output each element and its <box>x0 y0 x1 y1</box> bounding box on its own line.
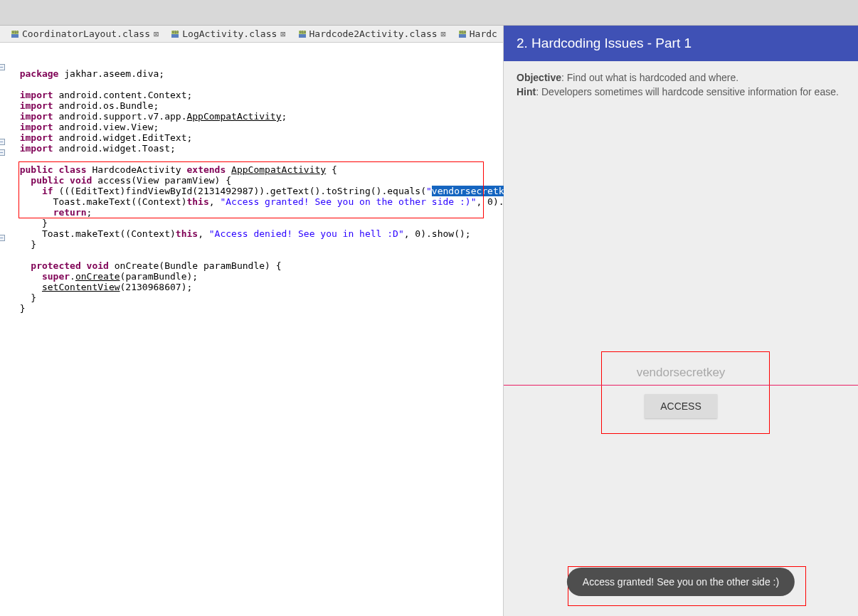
input-underline <box>504 385 858 386</box>
top-toolbar <box>0 0 858 26</box>
class-file-icon: 010 <box>457 29 467 38</box>
svg-text:010: 010 <box>12 30 18 34</box>
class-file-icon: 010 <box>170 29 180 38</box>
tab-label: LogActivity.class <box>182 28 277 39</box>
app-title: 2. Hardcoding Issues - Part 1 <box>517 36 692 51</box>
tab-label: Hardc <box>470 28 497 39</box>
secret-input[interactable]: vendorsecretkey <box>610 366 752 380</box>
close-icon[interactable]: ⊠ <box>280 29 285 39</box>
fold-icon[interactable]: − <box>0 149 5 156</box>
class-file-icon: 010 <box>297 29 307 38</box>
emulator-pane: 2. Hardcoding Issues - Part 1 Objective:… <box>504 26 858 616</box>
objective-label: Objective <box>517 72 561 83</box>
tab-logactivity[interactable]: 010 LogActivity.class ⊠ <box>166 27 290 41</box>
close-icon[interactable]: ⊠ <box>441 29 446 39</box>
code-content: package jakhar.aseem.diva; import androi… <box>9 68 497 314</box>
svg-text:010: 010 <box>172 30 179 34</box>
fold-icon[interactable]: − <box>0 64 5 70</box>
svg-text:010: 010 <box>460 30 466 34</box>
svg-rect-6 <box>299 34 306 38</box>
code-editor[interactable]: package jakhar.aseem.diva; import androi… <box>0 43 503 616</box>
svg-rect-3 <box>171 34 179 38</box>
fold-icon[interactable]: − <box>0 139 5 145</box>
hint-label: Hint <box>517 86 536 97</box>
tab-coordinator[interactable]: 010 CoordinatorLayout.class ⊠ <box>6 27 163 41</box>
svg-rect-0 <box>11 34 18 38</box>
close-icon[interactable]: ⊠ <box>154 29 159 39</box>
editor-tabs: 010 CoordinatorLayout.class ⊠ 010 LogAct… <box>0 26 503 43</box>
access-button[interactable]: ACCESS <box>645 394 717 418</box>
class-file-icon: 010 <box>10 29 20 38</box>
svg-rect-9 <box>459 34 466 38</box>
tab-label: Hardcode2Activity.class <box>309 28 438 39</box>
toast-message: Access granted! See you on the other sid… <box>567 568 795 596</box>
editor-pane: 010 CoordinatorLayout.class ⊠ 010 LogAct… <box>0 26 504 616</box>
tab-hardcode-active[interactable]: 010 Hardc <box>453 27 502 41</box>
tab-label: CoordinatorLayout.class <box>22 28 150 39</box>
tab-hardcode2[interactable]: 010 Hardcode2Activity.class ⊠ <box>293 27 450 41</box>
svg-text:010: 010 <box>300 30 306 34</box>
app-bar: 2. Hardcoding Issues - Part 1 <box>504 26 858 61</box>
objective-text: Objective: Find out what is hardcoded an… <box>517 71 845 99</box>
emulator-content: Objective: Find out what is hardcoded an… <box>504 61 858 616</box>
annotation-box <box>601 351 770 434</box>
fold-icon[interactable]: − <box>0 235 5 241</box>
